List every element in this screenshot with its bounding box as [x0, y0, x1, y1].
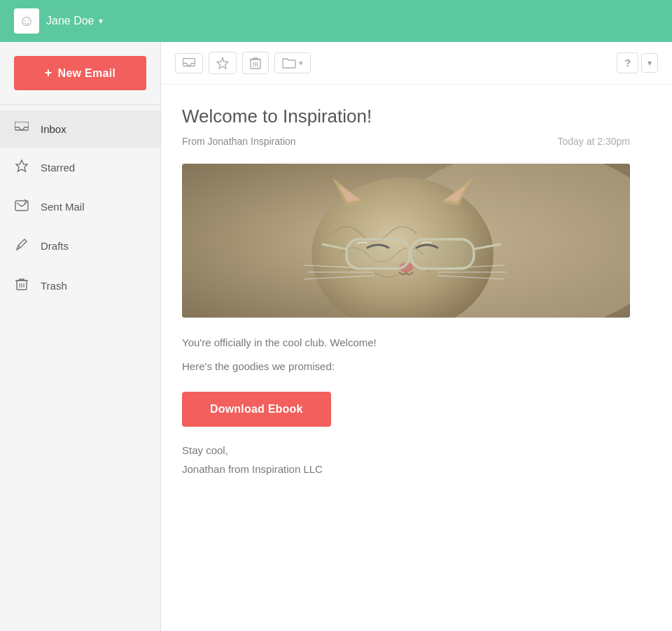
toolbar-chevron-icon: ▾ [648, 58, 652, 68]
user-menu-chevron[interactable]: ▾ [99, 16, 103, 26]
svg-marker-10 [217, 58, 228, 69]
sign-line2: Jonathan from Inspiration LLC [182, 460, 630, 478]
toolbar-star-button[interactable] [209, 52, 237, 74]
svg-line-3 [18, 246, 20, 248]
user-avatar: ☺ [14, 8, 39, 34]
sidebar-item-sent[interactable]: Sent Mail [0, 187, 160, 226]
email-toolbar: ▾ ? ▾ [161, 42, 672, 85]
main-layout: + New Email Inbox Starred [0, 42, 672, 631]
new-email-button[interactable]: + New Email [14, 56, 146, 90]
svg-marker-1 [16, 160, 27, 171]
app-header: ☺ Jane Doe ▾ [0, 0, 672, 42]
email-subject: Welcome to Inspiration! [182, 106, 630, 127]
email-date: Today at 2:30pm [557, 136, 630, 147]
nav-divider [0, 104, 160, 105]
download-ebook-button[interactable]: Download Ebook [182, 392, 331, 427]
toolbar-right-controls: ? ▾ [617, 52, 658, 73]
inbox-icon [14, 122, 29, 136]
toolbar-folder-button[interactable]: ▾ [274, 52, 311, 73]
starred-label: Starred [41, 162, 75, 173]
toolbar-help-button[interactable]: ? [617, 52, 638, 73]
trash-label: Trash [41, 280, 67, 292]
email-image [182, 164, 630, 318]
toolbar-chevron-button[interactable]: ▾ [641, 53, 658, 73]
drafts-label: Drafts [41, 240, 69, 252]
drafts-icon [14, 237, 29, 255]
svg-rect-0 [15, 122, 29, 130]
svg-rect-9 [183, 58, 195, 66]
svg-rect-31 [411, 239, 474, 269]
email-meta: From Jonathan Inspiration Today at 2:30p… [182, 136, 630, 147]
email-signature: Stay cool, Jonathan from Inspiration LLC [182, 441, 630, 478]
email-body-line2: Here's the goodies we promised: [182, 358, 630, 375]
sidebar-item-trash[interactable]: Trash [0, 266, 160, 306]
trash-icon [14, 277, 29, 295]
toolbar-inbox-button[interactable] [175, 53, 203, 73]
email-from: From Jonathan Inspiration [182, 136, 296, 147]
sidebar-item-starred[interactable]: Starred [0, 148, 160, 187]
sent-label: Sent Mail [41, 201, 85, 213]
email-body: Welcome to Inspiration! From Jonathan In… [161, 85, 651, 506]
help-label: ? [624, 57, 631, 69]
username-label: Jane Doe [46, 15, 94, 27]
new-email-label: New Email [58, 67, 116, 80]
sent-icon [14, 199, 29, 215]
sidebar: + New Email Inbox Starred [0, 42, 161, 631]
folder-chevron-icon: ▾ [299, 59, 303, 68]
star-icon [14, 159, 29, 176]
sidebar-item-inbox[interactable]: Inbox [0, 111, 160, 148]
email-content-area: ▾ ? ▾ Welcome to Inspiration! From Jonat… [161, 42, 672, 631]
new-email-plus: + [45, 66, 52, 80]
toolbar-delete-button[interactable] [242, 52, 269, 74]
sign-line1: Stay cool, [182, 441, 630, 460]
avatar-icon: ☺ [19, 12, 34, 30]
email-body-line1: You're officially in the cool club. Welc… [182, 334, 630, 351]
sidebar-item-drafts[interactable]: Drafts [0, 226, 160, 266]
svg-rect-30 [346, 239, 410, 269]
inbox-label: Inbox [41, 123, 66, 135]
